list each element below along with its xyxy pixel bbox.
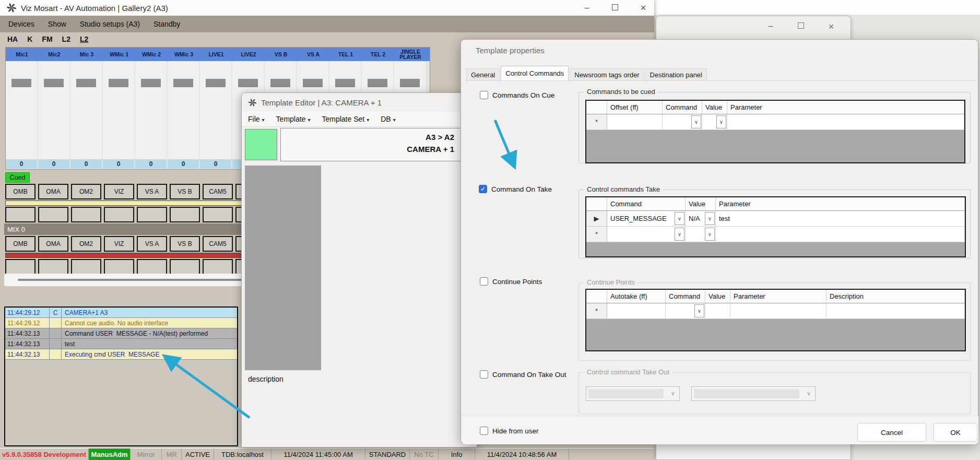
menu-devices[interactable]: Devices: [8, 20, 34, 28]
log-row[interactable]: 11:44:32.13test: [5, 339, 237, 349]
checkbox-icon[interactable]: [480, 427, 488, 435]
menu-db[interactable]: DB▾: [381, 115, 395, 123]
tab-k[interactable]: K: [27, 35, 32, 43]
tab-l2b[interactable]: L2: [80, 35, 88, 43]
fader-handle[interactable]: [400, 79, 420, 87]
fader-handle[interactable]: [173, 79, 193, 87]
fader-handle[interactable]: [206, 79, 226, 87]
chevron-down-icon[interactable]: ∨: [675, 228, 684, 241]
crosspoint-button[interactable]: VS B: [170, 236, 200, 252]
table-cell[interactable]: [716, 227, 965, 242]
take-out-command-combo[interactable]: ∨: [586, 386, 680, 401]
maximize-icon[interactable]: [608, 3, 622, 13]
table-cell[interactable]: [727, 114, 964, 130]
table-cell[interactable]: [607, 114, 663, 130]
template-color-swatch[interactable]: [245, 129, 277, 160]
menu-show[interactable]: Show: [48, 20, 66, 28]
table-cell[interactable]: ∨: [663, 114, 702, 130]
tab-general[interactable]: General: [466, 68, 500, 80]
crosspoint-button[interactable]: CAM5: [203, 184, 233, 199]
crosspoint-button[interactable]: [137, 259, 167, 275]
crosspoint-button[interactable]: [137, 207, 167, 222]
table-row[interactable]: ▶USER_MESSAGE∨N/A∨test: [586, 211, 965, 227]
crosspoint-button[interactable]: [203, 259, 233, 275]
checkbox-hide-from-user[interactable]: Hide from user: [480, 427, 539, 435]
tab-destination-panel[interactable]: Destination panel: [645, 68, 707, 80]
fader-handle[interactable]: [238, 79, 258, 87]
crosspoint-button[interactable]: VS A: [137, 236, 167, 252]
crosspoint-button[interactable]: OMA: [38, 184, 68, 199]
table-row[interactable]: *∨∨: [586, 114, 964, 130]
checkbox-command-on-take[interactable]: ✓ Command On Take: [479, 185, 552, 193]
crosspoint-button[interactable]: VIZ: [104, 236, 134, 252]
crosspoint-button[interactable]: [104, 207, 134, 222]
menu-standby[interactable]: Standby: [154, 20, 180, 28]
fader-handle[interactable]: [109, 79, 128, 87]
fader-handle[interactable]: [303, 79, 323, 87]
table-row[interactable]: *∨∨: [586, 227, 965, 242]
minimize-icon[interactable]: –: [580, 3, 594, 13]
menu-studio-setups[interactable]: Studio setups (A3): [80, 20, 140, 28]
crosspoint-button[interactable]: VS B: [170, 184, 200, 199]
checkbox-commands-on-cue[interactable]: Commands On Cue: [480, 91, 554, 99]
crosspoint-button[interactable]: CAM5: [203, 236, 233, 252]
log-row[interactable]: 11:44:29.12Cannot cue audio. No audio in…: [5, 318, 237, 328]
log-row[interactable]: 11:44:32.13Command USER MESSAGE - N/A(te…: [5, 328, 237, 339]
crosspoint-button[interactable]: OMA: [38, 236, 68, 252]
maximize-icon[interactable]: [794, 21, 808, 32]
table-cell[interactable]: N/A∨: [686, 211, 716, 227]
minimize-icon[interactable]: –: [764, 21, 777, 32]
chevron-down-icon[interactable]: ∨: [705, 228, 715, 241]
menu-template[interactable]: Template▾: [276, 115, 311, 123]
fader-handle[interactable]: [270, 79, 290, 87]
close-icon[interactable]: ×: [824, 21, 838, 32]
crosspoint-button[interactable]: [38, 259, 68, 275]
table-cell[interactable]: ∨: [686, 227, 716, 242]
crosspoint-button[interactable]: [104, 259, 134, 275]
table-cell[interactable]: [705, 303, 730, 319]
chevron-down-icon[interactable]: ∨: [705, 212, 715, 225]
table-cell[interactable]: ∨: [666, 303, 705, 319]
table-cell[interactable]: ∨: [702, 114, 727, 130]
tab-fm[interactable]: FM: [42, 35, 52, 43]
crosspoint-button[interactable]: VS A: [137, 184, 167, 199]
fader-handle[interactable]: [76, 79, 96, 87]
table-cell[interactable]: ∨: [607, 227, 686, 242]
checkbox-icon[interactable]: [480, 370, 488, 379]
table-cell[interactable]: [607, 303, 666, 319]
crosspoint-button[interactable]: [5, 207, 36, 222]
table-cell[interactable]: USER_MESSAGE∨: [607, 211, 686, 227]
crosspoint-button[interactable]: OM2: [71, 236, 101, 252]
checkbox-command-on-take-out[interactable]: Command On Take Out: [480, 370, 566, 379]
chevron-down-icon[interactable]: ∨: [675, 212, 684, 225]
crosspoint-button[interactable]: [203, 207, 233, 222]
take-out-value-combo[interactable]: ∨: [691, 386, 816, 401]
fader-handle[interactable]: [141, 79, 161, 87]
fader-handle[interactable]: [335, 79, 355, 87]
table-row[interactable]: *∨: [586, 303, 965, 319]
tab-ha[interactable]: HA: [7, 35, 18, 43]
checkbox-continue-points[interactable]: Continue Points: [480, 277, 542, 286]
crosspoint-button[interactable]: [170, 259, 200, 275]
crosspoint-button[interactable]: OM2: [71, 184, 101, 199]
checkbox-icon[interactable]: [480, 91, 488, 99]
cancel-button[interactable]: Cancel: [857, 423, 926, 442]
chevron-down-icon[interactable]: ∨: [694, 304, 704, 317]
log-row[interactable]: 11:44:29.12CCAMERA+1 A3: [5, 308, 237, 318]
tab-newsroom-tags-order[interactable]: Newsroom tags order: [570, 68, 644, 80]
table-cell[interactable]: test: [716, 211, 965, 227]
crosspoint-button[interactable]: OMB: [5, 184, 36, 199]
table-cell[interactable]: [826, 303, 965, 319]
tab-control-commands[interactable]: Control Commands: [501, 66, 569, 80]
checkbox-icon[interactable]: [480, 277, 488, 286]
slider-track[interactable]: [18, 279, 254, 281]
table-cell[interactable]: [730, 303, 826, 319]
ok-button[interactable]: OK: [934, 423, 977, 442]
crosspoint-button[interactable]: VIZ: [104, 184, 134, 199]
fader-handle[interactable]: [368, 79, 387, 87]
menu-file[interactable]: File▾: [248, 115, 265, 123]
tab-l2a[interactable]: L2: [62, 35, 70, 43]
template-canvas[interactable]: [245, 166, 321, 370]
crosspoint-button[interactable]: [5, 259, 36, 275]
crosspoint-button[interactable]: [71, 259, 101, 275]
